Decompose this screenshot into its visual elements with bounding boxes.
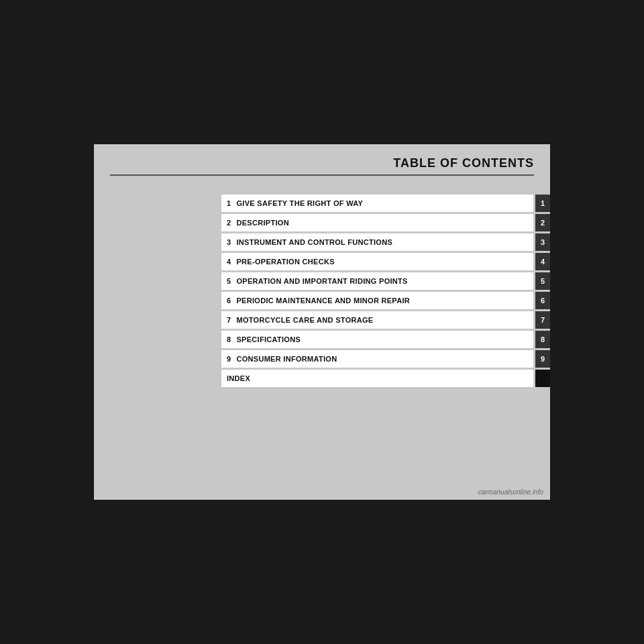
table-row[interactable]: 8SPECIFICATIONS8 [221, 331, 550, 348]
toc-item-text: CONSUMER INFORMATION [236, 355, 337, 363]
toc-tab-number: 1 [535, 195, 550, 212]
toc-item-text: SPECIFICATIONS [236, 335, 301, 343]
page-container: TABLE OF CONTENTS 1GIVE SAFETY THE RIGHT… [94, 144, 550, 500]
toc-tab-number: 4 [535, 253, 550, 270]
table-row[interactable]: 7MOTORCYCLE CARE AND STORAGE7 [221, 311, 550, 329]
toc-item-label: 1GIVE SAFETY THE RIGHT OF WAY [221, 195, 533, 212]
toc-item-text: PRE-OPERATION CHECKS [236, 258, 334, 266]
toc-item-label: 4PRE-OPERATION CHECKS [221, 253, 533, 270]
toc-item-text: OPERATION AND IMPORTANT RIDING POINTS [236, 277, 407, 285]
toc-item-number: 4 [227, 258, 231, 266]
toc-item-label: 9CONSUMER INFORMATION [221, 350, 533, 368]
toc-item-label: 6PERIODIC MAINTENANCE AND MINOR REPAIR [221, 292, 533, 309]
table-row[interactable]: 4PRE-OPERATION CHECKS4 [221, 253, 550, 270]
toc-item-label: 2DESCRIPTION [221, 214, 533, 231]
toc-item-text: GIVE SAFETY THE RIGHT OF WAY [236, 199, 363, 207]
toc-item-text: PERIODIC MAINTENANCE AND MINOR REPAIR [236, 297, 410, 305]
toc-item-number: 3 [227, 238, 231, 246]
toc-tab-number: 6 [535, 292, 550, 309]
title-row: TABLE OF CONTENTS [110, 156, 534, 176]
left-gray-area [94, 195, 221, 488]
toc-item-text: MOTORCYCLE CARE AND STORAGE [236, 316, 373, 324]
toc-item-number: 1 [227, 199, 231, 207]
toc-item-label: 3INSTRUMENT AND CONTROL FUNCTIONS [221, 233, 533, 251]
toc-item-label: 8SPECIFICATIONS [221, 331, 533, 348]
page-title: TABLE OF CONTENTS [393, 156, 534, 170]
watermark-text: carmanualsonline.info [478, 488, 543, 496]
toc-item-number: 5 [227, 277, 231, 285]
toc-tab-number: 8 [535, 331, 550, 348]
toc-item-label: 5OPERATION AND IMPORTANT RIDING POINTS [221, 272, 533, 290]
table-row[interactable]: 1GIVE SAFETY THE RIGHT OF WAY1 [221, 195, 550, 212]
toc-item-number: 7 [227, 316, 231, 324]
toc-item-number: 8 [227, 335, 231, 343]
toc-item-number: 9 [227, 355, 231, 363]
toc-tab-number: 7 [535, 311, 550, 329]
toc-item-text: DESCRIPTION [236, 219, 288, 227]
table-row[interactable]: 2DESCRIPTION2 [221, 214, 550, 231]
index-row[interactable]: INDEX [221, 370, 550, 387]
toc-tab-number: 5 [535, 272, 550, 290]
table-row[interactable]: 5OPERATION AND IMPORTANT RIDING POINTS5 [221, 272, 550, 290]
toc-item-label: 7MOTORCYCLE CARE AND STORAGE [221, 311, 533, 329]
toc-tab-number: 2 [535, 214, 550, 231]
header-section: TABLE OF CONTENTS [94, 144, 550, 182]
index-tab [535, 370, 550, 387]
table-row[interactable]: 6PERIODIC MAINTENANCE AND MINOR REPAIR6 [221, 292, 550, 309]
table-row[interactable]: 9CONSUMER INFORMATION9 [221, 350, 550, 368]
toc-item-number: 2 [227, 219, 231, 227]
content-area: 1GIVE SAFETY THE RIGHT OF WAY12DESCRIPTI… [94, 182, 550, 500]
toc-item-text: INSTRUMENT AND CONTROL FUNCTIONS [236, 238, 392, 246]
toc-tab-number: 3 [535, 233, 550, 251]
toc-tab-number: 9 [535, 350, 550, 368]
toc-item-number: 6 [227, 297, 231, 305]
table-row[interactable]: 3INSTRUMENT AND CONTROL FUNCTIONS3 [221, 233, 550, 251]
toc-section: 1GIVE SAFETY THE RIGHT OF WAY12DESCRIPTI… [221, 195, 550, 488]
index-label: INDEX [221, 370, 533, 387]
